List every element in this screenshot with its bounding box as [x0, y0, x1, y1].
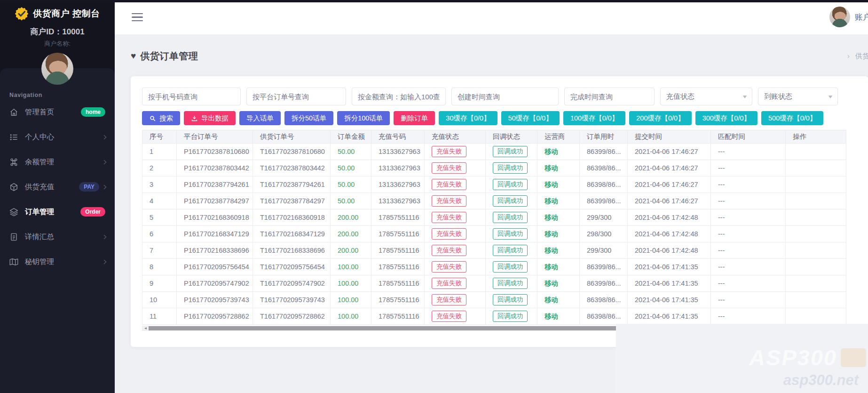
cell-submit-time: 2021-04-06 17:46:27	[628, 193, 711, 209]
action-button[interactable]: 100缓存【0/0】	[563, 111, 625, 125]
cell-supply-order: T1617702095747902	[253, 275, 331, 292]
map-icon	[9, 257, 18, 266]
cell-match-time: ---	[711, 144, 786, 160]
table-row[interactable]: 10 P1617702095739743 T1617702095739743 1…	[142, 292, 846, 308]
menu-toggle-icon[interactable]	[132, 13, 143, 21]
action-button[interactable]: 删除订单	[394, 111, 435, 125]
amount-search-input[interactable]	[352, 88, 446, 105]
callback-status-badge: 回调成功	[493, 195, 528, 207]
cell-platform-order: P1617702095739743	[177, 292, 253, 308]
chevron-right-icon	[102, 134, 108, 140]
cell-phone: 17857551116	[371, 275, 425, 292]
export-icon	[191, 115, 198, 122]
cell-index: 8	[142, 259, 177, 275]
sidebar-nav-item[interactable]: 个人中心	[0, 126, 115, 148]
cell-amount: 50.00	[331, 144, 371, 160]
finish-time-input[interactable]	[564, 88, 655, 105]
phone-search-input[interactable]	[142, 88, 241, 105]
cell-recharge-status: 充值失败	[425, 292, 486, 308]
cell-duration: 86399/86...	[580, 275, 628, 292]
cell-amount: 50.00	[331, 176, 371, 193]
cell-submit-time: 2021-04-06 17:42:48	[628, 226, 711, 242]
cell-index: 2	[142, 160, 177, 176]
recharge-status-badge: 充值失败	[432, 212, 466, 223]
action-button[interactable]: 拆分100话单	[337, 111, 390, 125]
cell-submit-time: 2021-04-06 17:46:27	[628, 144, 711, 160]
recharge-status-badge: 充值失败	[432, 245, 466, 256]
cell-platform-order: P1617702387810680	[177, 144, 253, 160]
arrival-status-select[interactable]: 到账状态 ▾	[758, 88, 838, 105]
cell-amount: 50.00	[331, 160, 371, 176]
cell-supply-order: T1617702168338696	[253, 242, 331, 259]
sidebar-nav-item[interactable]: 供货充值 PAY	[0, 176, 115, 198]
table-row[interactable]: 9 P1617702095747902 T1617702095747902 10…	[142, 275, 846, 292]
recharge-status-value: 充值状态	[666, 92, 694, 101]
table-row[interactable]: 11 P1617702095728862 T1617702095728862 1…	[142, 308, 846, 325]
callback-status-badge: 回调成功	[493, 294, 528, 305]
cell-index: 4	[142, 193, 177, 209]
cell-platform-order: P1617702168338696	[177, 242, 253, 259]
recharge-status-select[interactable]: 充值状态 ▾	[660, 88, 752, 105]
cell-submit-time: 2021-04-06 17:46:27	[628, 160, 711, 176]
sidebar-nav-item[interactable]: 余额管理	[0, 151, 115, 173]
window-top-edge	[0, 0, 868, 2]
breadcrumb[interactable]: ›供货订单管理	[847, 52, 868, 61]
callback-status-badge: 回调成功	[493, 146, 528, 157]
cell-supply-order: T1617702168360918	[253, 209, 331, 226]
action-button[interactable]: 搜索	[142, 111, 180, 125]
caret-down-icon: ▾	[743, 93, 747, 100]
action-button[interactable]: 500缓存【0/0】	[761, 111, 823, 125]
cell-supply-order: T1617702095739743	[253, 292, 331, 308]
action-button[interactable]: 300缓存【0/0】	[695, 111, 758, 125]
recharge-status-badge: 充值失败	[432, 146, 466, 157]
cell-index: 11	[142, 308, 177, 325]
button-label: 300缓存【0/0】	[702, 114, 750, 123]
action-button[interactable]: 200缓存【0/0】	[629, 111, 691, 125]
sidebar-nav-item[interactable]: 详情汇总	[0, 226, 115, 248]
nav-item-badge: Order	[80, 207, 105, 217]
col-supply-order: 供货订单号	[253, 130, 331, 144]
sidebar-nav-item[interactable]: 秘钥管理	[0, 251, 115, 273]
scroll-left-icon[interactable]: ◄	[142, 326, 149, 330]
table-row[interactable]: 3 P1617702387794261 T1617702387794261 50…	[142, 176, 846, 193]
layers-icon	[9, 208, 18, 217]
account-avatar[interactable]	[829, 7, 850, 27]
brand[interactable]: 供货商户 控制台	[0, 7, 115, 21]
table-row[interactable]: 8 P1617702095756454 T1617702095756454 10…	[142, 259, 846, 275]
create-time-input[interactable]	[451, 88, 559, 105]
account-menu[interactable]: 账户	[829, 7, 868, 27]
cell-supply-order: T1617702387794261	[253, 176, 331, 193]
action-button[interactable]: 拆分50话单	[284, 111, 333, 125]
page-title: 供货订单管理	[140, 50, 198, 63]
callback-status-badge: 回调成功	[493, 311, 528, 322]
button-label: 导出数据	[201, 114, 229, 123]
table-row[interactable]: 1 P1617702387810680 T1617702387810680 50…	[142, 144, 846, 160]
table-row[interactable]: 7 P1617702168338696 T1617702168338696 20…	[142, 242, 846, 259]
breadcrumb-item[interactable]: 供货订单管理	[855, 52, 868, 60]
cell-supply-order: T1617702168347129	[253, 226, 331, 242]
action-bar: 搜索 导出数据 导入话单 拆分50话单 拆分100话单	[142, 111, 823, 125]
callback-status-badge: 回调成功	[493, 261, 528, 273]
sidebar: 供货商户 控制台 商户ID：10001 商户名称: Navigation 管理首…	[0, 0, 115, 393]
platform-order-input[interactable]	[246, 88, 346, 105]
table-row[interactable]: 4 P1617702387784297 T1617702387784297 50…	[142, 193, 846, 209]
table-row[interactable]: 2 P1617702387803442 T1617702387803442 50…	[142, 160, 846, 176]
table-row[interactable]: 6 P1617702168347129 T1617702168347129 20…	[142, 226, 846, 242]
action-button[interactable]: 50缓存【0/0】	[501, 111, 560, 125]
table-row[interactable]: 5 P1617702168360918 T1617702168360918 20…	[142, 209, 846, 226]
recharge-status-badge: 充值失败	[432, 179, 466, 190]
recharge-status-badge: 充值失败	[432, 162, 466, 174]
merchant-avatar[interactable]	[41, 53, 73, 85]
cell-supply-order: T1617702387810680	[253, 144, 331, 160]
table-header-row: 序号 平台订单号 供货订单号 订单金额 充值号码 充值状态 回调状态 运营商 订…	[142, 130, 846, 144]
cell-callback-status: 回调成功	[486, 176, 537, 193]
sidebar-nav-item[interactable]: 管理首页 home	[0, 101, 115, 123]
cell-index: 5	[142, 209, 177, 226]
action-button[interactable]: 导入话单	[239, 111, 281, 125]
cell-phone: 17857551116	[371, 209, 425, 226]
action-button[interactable]: 导出数据	[184, 111, 236, 125]
cell-actions	[786, 259, 846, 275]
action-button[interactable]: 30缓存【0/0】	[439, 111, 497, 125]
sidebar-nav-item[interactable]: 订单管理 Order	[0, 201, 115, 223]
cell-recharge-status: 充值失败	[425, 193, 486, 209]
